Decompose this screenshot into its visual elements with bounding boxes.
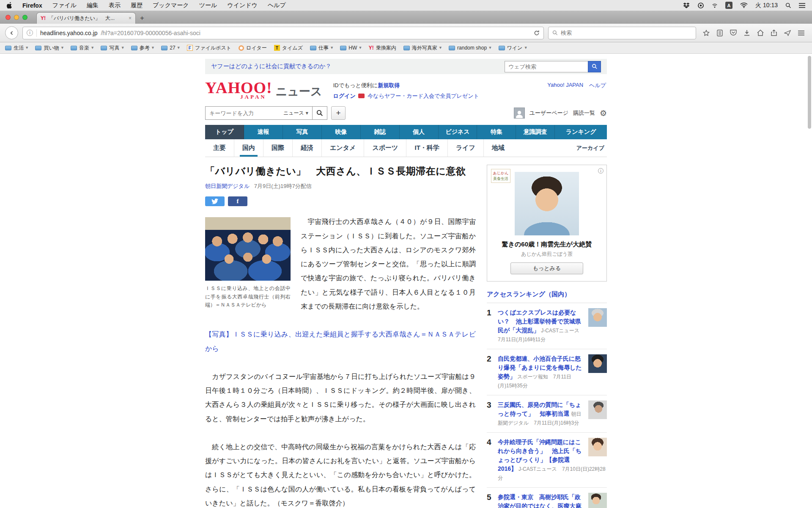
bookmark-folder[interactable]: 仕事▼	[310, 44, 333, 52]
signup-link[interactable]: 新規取得	[378, 82, 400, 88]
tab-ranking[interactable]: ランキング	[555, 125, 607, 139]
browser-tab[interactable]: Y! 「バリバリ働きたい」 大... ×	[36, 12, 136, 24]
web-search-button[interactable]	[588, 61, 601, 72]
subtab-it-science[interactable]: IT・科学	[406, 139, 447, 157]
tab-personal[interactable]: 個人	[400, 125, 439, 139]
zoom-window-button[interactable]	[22, 15, 27, 20]
ranking-link[interactable]: 三反園氏、原発の質問に「ちょっと待って」 知事初当選	[498, 401, 581, 417]
bookmark-folder[interactable]: 参考▼	[131, 44, 154, 52]
spotlight-icon[interactable]	[785, 3, 791, 8]
scrollbar-thumb[interactable]	[808, 56, 811, 129]
share-icon[interactable]	[771, 30, 777, 36]
search-scope-dropdown[interactable]: ニュース▼	[283, 110, 308, 117]
twitter-share-button[interactable]	[205, 196, 225, 206]
add-condition-button[interactable]: +	[331, 106, 346, 120]
reload-icon[interactable]	[534, 30, 540, 36]
menu-view[interactable]: 表示	[109, 2, 121, 9]
ranking-thumbnail[interactable]	[588, 493, 607, 508]
source-link[interactable]: 朝日新聞デジタル	[205, 183, 250, 189]
ranking-thumbnail[interactable]	[588, 400, 607, 419]
menu-bookmarks[interactable]: ブックマーク	[153, 2, 189, 9]
bookmark-folder[interactable]: random shop▼	[449, 45, 491, 51]
bookmark-item[interactable]: ロイター	[239, 44, 267, 52]
archive-link[interactable]: アーカイブ	[576, 144, 607, 152]
input-method-icon[interactable]: A	[725, 2, 732, 9]
tab-top[interactable]: トップ	[205, 125, 244, 139]
ranking-thumbnail[interactable]	[588, 354, 607, 373]
bookmark-folder[interactable]: 買い物▼	[35, 44, 63, 52]
close-window-button[interactable]	[5, 15, 11, 20]
menu-file[interactable]: ファイル	[52, 2, 77, 9]
login-link[interactable]: ログイン	[333, 93, 356, 99]
menu-edit[interactable]: 編集	[87, 2, 99, 9]
photo-gallery-link[interactable]: 【写真】ＩＳＳに乗り込み、出迎えた乗組員と握手する大西卓哉さん＝ＮＡＳＡテレビか…	[205, 331, 476, 352]
subscriptions-link[interactable]: 購読一覧	[573, 109, 595, 117]
facebook-share-button[interactable]: f	[228, 196, 247, 206]
bookmark-folder[interactable]: ワイン▼	[499, 44, 527, 52]
menubar-clock[interactable]: 火 10:13	[755, 2, 778, 9]
bookmark-folder[interactable]: HW▼	[340, 45, 361, 51]
bookmark-item[interactable]: Y!乗換案内	[369, 44, 396, 52]
article-photo[interactable]	[205, 217, 291, 281]
menu-tools[interactable]: ツール	[199, 2, 217, 9]
creative-cloud-icon[interactable]	[697, 2, 704, 9]
menu-firefox[interactable]: Firefox	[22, 2, 42, 9]
subtab-domestic[interactable]: 国内	[234, 139, 263, 157]
airport-icon[interactable]	[712, 3, 718, 8]
help-link[interactable]: ヘルプ	[589, 82, 606, 89]
ad-info-icon[interactable]: i	[598, 168, 604, 174]
wifi-icon[interactable]	[740, 3, 748, 8]
url-bar[interactable]: i headlines.yahoo.co.jp/hl?a=20160709-00…	[22, 27, 544, 39]
subtab-world[interactable]: 国際	[263, 139, 292, 157]
pocket-icon[interactable]	[730, 30, 737, 36]
back-button[interactable]	[5, 26, 18, 39]
new-tab-button[interactable]: +	[136, 12, 148, 24]
subtab-region[interactable]: 地域	[483, 139, 513, 157]
apple-icon[interactable]	[7, 2, 12, 8]
ad-box[interactable]: あじかん 美食生活 i 驚きの60歳！南雲先生が大絶賛 あじかん焙煎ごぼう茶 も…	[487, 165, 607, 282]
tab-video[interactable]: 映像	[322, 125, 361, 139]
gear-icon[interactable]: ⚙	[600, 108, 607, 118]
yahoo-japan-link[interactable]: Yahoo! JAPAN	[547, 82, 583, 89]
tab-magazine[interactable]: 雑誌	[361, 125, 400, 139]
send-tab-icon[interactable]	[784, 30, 791, 36]
browser-search-field[interactable]	[548, 27, 696, 39]
web-search-input[interactable]	[505, 61, 588, 72]
bookmark-star-icon[interactable]	[703, 30, 710, 36]
dropbox-icon[interactable]	[683, 2, 690, 8]
menu-history[interactable]: 履歴	[131, 2, 143, 9]
ranking-link[interactable]: 参院選・東京 高樹沙耶氏「政治家が目的ではなく、医療大麻について知ってほしかった…	[498, 494, 582, 508]
user-avatar-icon[interactable]	[514, 108, 525, 119]
bookmark-folder[interactable]: 写真▼	[101, 44, 123, 52]
keyword-search-box[interactable]: ニュース▼	[205, 106, 313, 120]
bookmark-folder[interactable]: 生活▼	[5, 44, 28, 52]
tab-feature[interactable]: 特集	[477, 125, 516, 139]
bookmark-folder[interactable]: 音楽▼	[71, 44, 93, 52]
card-campaign-link[interactable]: 今ならヤフー・カード入会で全員プレゼント	[368, 93, 479, 99]
ranking-heading[interactable]: アクセスランキング（国内）	[487, 290, 607, 303]
yahoo-logo[interactable]: YAHOO! JAPAN	[205, 80, 272, 99]
reading-list-icon[interactable]	[717, 30, 723, 36]
bookmark-folder[interactable]: 27▼	[161, 45, 180, 51]
bookmark-folder[interactable]: 海外写真家▼	[403, 44, 442, 52]
site-info-icon[interactable]: i	[27, 30, 33, 36]
ranking-thumbnail[interactable]	[588, 308, 607, 327]
subtab-sports[interactable]: スポーツ	[364, 139, 406, 157]
ranking-thumbnail[interactable]	[588, 438, 607, 456]
browser-search-input[interactable]	[561, 30, 692, 36]
keyword-input[interactable]	[209, 110, 281, 116]
user-page-link[interactable]: ユーザーページ	[529, 109, 568, 117]
subtab-life[interactable]: ライフ	[447, 139, 483, 157]
tab-business[interactable]: ビジネス	[439, 125, 477, 139]
tab-close-icon[interactable]: ×	[129, 15, 132, 21]
tab-photo[interactable]: 写真	[283, 125, 322, 139]
subtab-economy[interactable]: 経済	[292, 139, 321, 157]
downloads-icon[interactable]	[744, 30, 750, 36]
minimize-window-button[interactable]	[14, 15, 19, 20]
tab-poll[interactable]: 意識調査	[516, 125, 555, 139]
news-search-button[interactable]	[312, 106, 327, 120]
subtab-main[interactable]: 主要	[205, 139, 234, 157]
bookmark-item[interactable]: Fファイルポスト	[187, 44, 231, 52]
home-icon[interactable]	[757, 30, 764, 36]
corporate-banner-link[interactable]: ヤフーはどのように社会に貢献できるのか？	[211, 63, 332, 70]
